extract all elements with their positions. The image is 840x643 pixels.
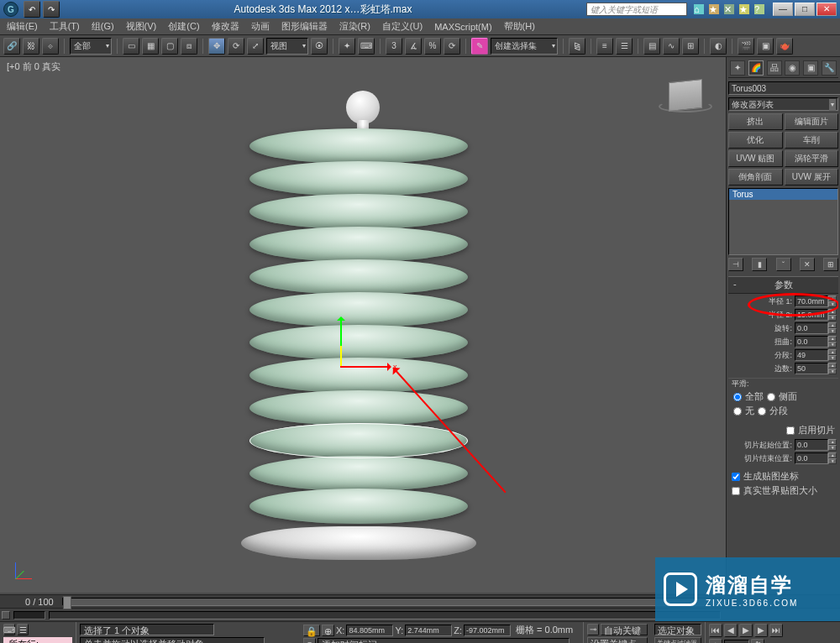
- segments-input[interactable]: [795, 349, 828, 361]
- help-search-input[interactable]: 键入关键字或短语: [586, 3, 687, 16]
- bind-icon[interactable]: ⟐: [42, 38, 59, 55]
- spin-down-icon[interactable]: ▾: [828, 301, 837, 307]
- close-button[interactable]: ✕: [816, 3, 837, 16]
- move-icon[interactable]: ✥: [208, 38, 225, 55]
- tab-hierarchy-icon[interactable]: 品: [767, 60, 782, 76]
- pin-stack-icon[interactable]: ⊣: [728, 258, 743, 271]
- menu-edit[interactable]: 编辑(E): [7, 20, 38, 33]
- coord-z-input[interactable]: [464, 625, 511, 636]
- modifier-stack[interactable]: Torus: [728, 188, 838, 255]
- key-mode-icon[interactable]: ◈: [709, 639, 722, 643]
- time-tag-icon[interactable]: ⊘: [303, 638, 316, 643]
- real-world-checkbox[interactable]: [732, 487, 740, 495]
- rect-select-icon[interactable]: ▢: [161, 38, 178, 55]
- spinner-snap-icon[interactable]: ⟳: [444, 38, 460, 55]
- pivot-icon[interactable]: ⦿: [311, 38, 328, 55]
- menu-customize[interactable]: 自定义(U): [382, 20, 423, 33]
- object-name-input[interactable]: [728, 81, 840, 95]
- graphite-icon[interactable]: ▤: [643, 38, 660, 55]
- select-icon[interactable]: ▭: [123, 38, 139, 55]
- sides-input[interactable]: [795, 363, 828, 374]
- gizmo-x-axis-icon[interactable]: [340, 366, 391, 368]
- listener-icon[interactable]: ☰: [17, 624, 29, 635]
- mod-uvwunwrap-button[interactable]: UVW 展开: [785, 169, 839, 186]
- tab-create-icon[interactable]: ✦: [730, 60, 745, 76]
- transform-typein-icon[interactable]: ⊕: [322, 625, 334, 636]
- mod-lathe-button[interactable]: 车削: [785, 132, 839, 149]
- named-sel-edit-icon[interactable]: ✎: [471, 38, 488, 55]
- render-frame-icon[interactable]: ▣: [757, 38, 774, 55]
- spin-up-icon[interactable]: ▴: [828, 295, 837, 301]
- menu-view[interactable]: 视图(V): [126, 20, 157, 33]
- favorite-icon[interactable]: ★: [739, 4, 749, 14]
- undo-icon[interactable]: ↶: [24, 1, 40, 18]
- maximize-button[interactable]: □: [795, 3, 815, 16]
- render-icon[interactable]: 🫖: [776, 38, 793, 55]
- key-filter-button[interactable]: 关键点过滤器: [654, 637, 701, 643]
- add-time-tag[interactable]: 添加时间标记: [318, 638, 570, 643]
- smooth-segs-radio[interactable]: [758, 407, 766, 416]
- menu-animation[interactable]: 动画: [251, 20, 270, 33]
- exchange-icon[interactable]: ✕: [724, 4, 734, 14]
- scale-icon[interactable]: ⤢: [247, 38, 264, 55]
- mod-extrude-button[interactable]: 挤出: [728, 113, 783, 130]
- menu-group[interactable]: 组(G): [92, 20, 114, 33]
- tab-utilities-icon[interactable]: 🔧: [822, 60, 837, 76]
- link-icon[interactable]: 🔗: [3, 38, 20, 55]
- snap-icon[interactable]: 3: [386, 38, 402, 55]
- menu-create[interactable]: 创建(C): [168, 20, 199, 33]
- window-crossing-icon[interactable]: ⧈: [181, 38, 197, 55]
- smooth-all-radio[interactable]: [733, 393, 742, 401]
- autokey-button[interactable]: 自动关键点: [601, 624, 648, 635]
- gizmo-active-icon[interactable]: [340, 346, 342, 366]
- trackbar-track[interactable]: [49, 611, 721, 619]
- setkey-button[interactable]: 设置关键点: [587, 637, 648, 643]
- next-frame-icon[interactable]: ▶: [754, 624, 768, 637]
- tab-display-icon[interactable]: ▣: [803, 60, 818, 76]
- select-name-icon[interactable]: ▦: [142, 38, 159, 55]
- ref-coord-dropdown[interactable]: 视图: [266, 38, 308, 55]
- goto-start-icon[interactable]: ⏮: [709, 624, 722, 637]
- key-button-icon[interactable]: ⊸: [587, 624, 599, 635]
- prev-frame-icon[interactable]: ◀: [724, 624, 738, 637]
- menu-modifiers[interactable]: 修改器: [212, 20, 239, 33]
- unlink-icon[interactable]: ⛓: [23, 38, 39, 55]
- script-mini-icon[interactable]: ⌨: [3, 624, 15, 635]
- radius2-input[interactable]: [795, 309, 828, 321]
- schematic-icon[interactable]: ⊞: [682, 38, 699, 55]
- smooth-none-radio[interactable]: [733, 407, 742, 416]
- gen-mapping-checkbox[interactable]: [732, 473, 740, 481]
- script-listener-label[interactable]: 所在行:: [3, 637, 72, 643]
- goto-end-icon[interactable]: ⏭: [769, 624, 783, 637]
- named-selection-dropdown[interactable]: 创建选择集: [491, 38, 558, 55]
- twist-input[interactable]: [795, 336, 828, 348]
- layers-icon[interactable]: ☰: [616, 38, 633, 55]
- menu-render[interactable]: 渲染(R): [339, 20, 370, 33]
- mod-turbosmooth-button[interactable]: 涡轮平滑: [785, 150, 839, 167]
- coord-y-input[interactable]: [405, 625, 452, 636]
- play-icon[interactable]: ▶: [739, 624, 753, 637]
- enable-slice-checkbox[interactable]: [786, 426, 795, 435]
- manipulate-icon[interactable]: ✦: [339, 38, 355, 55]
- redo-icon[interactable]: ↷: [43, 1, 60, 18]
- rotate-icon[interactable]: ⟳: [228, 38, 244, 55]
- slice-to-input[interactable]: [795, 452, 828, 464]
- radius1-input[interactable]: [795, 295, 828, 307]
- signin-icon[interactable]: ★: [709, 4, 719, 14]
- tab-modify-icon[interactable]: 🌈: [748, 60, 764, 76]
- mod-optimize-button[interactable]: 优化: [728, 132, 783, 149]
- align-icon[interactable]: ≡: [596, 38, 613, 55]
- show-end-icon[interactable]: ▮: [752, 258, 767, 271]
- time-config-icon[interactable]: ⏱: [751, 639, 764, 643]
- coord-x-input[interactable]: [346, 625, 393, 636]
- angle-snap-icon[interactable]: ∡: [405, 38, 422, 55]
- viewport-label[interactable]: [+0 前 0 真实: [7, 60, 60, 73]
- smooth-sides-radio[interactable]: [767, 393, 775, 401]
- modifier-list-dropdown[interactable]: 修改器列表: [728, 97, 838, 111]
- trackbar-range[interactable]: [13, 611, 45, 619]
- selection-filter-dropdown[interactable]: 全部: [70, 38, 112, 55]
- remove-mod-icon[interactable]: ✕: [800, 258, 815, 271]
- mod-uvwmap-button[interactable]: UVW 贴图: [728, 150, 783, 167]
- help-icon[interactable]: ?: [754, 4, 764, 14]
- time-slider-track[interactable]: [62, 598, 722, 606]
